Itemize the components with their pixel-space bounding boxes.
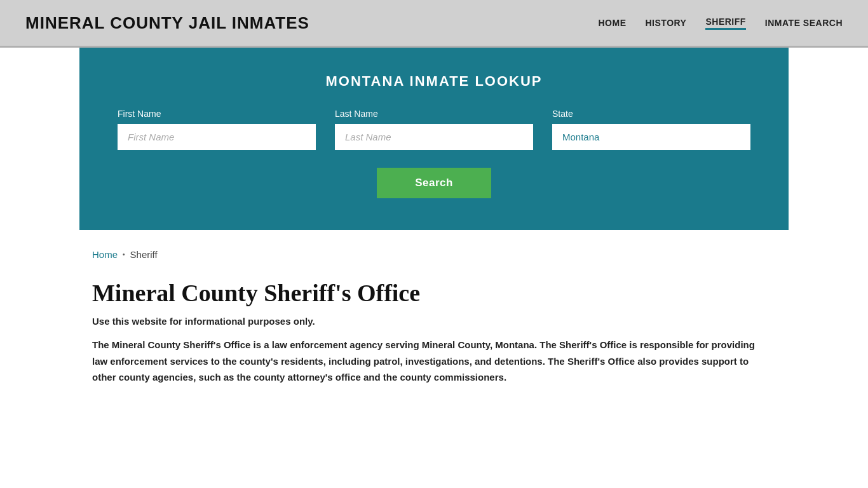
first-name-group: First Name (118, 109, 316, 150)
breadcrumb-separator: • (123, 251, 125, 258)
state-group: State (552, 109, 750, 150)
content-section: Mineral County Sheriff's Office Use this… (0, 266, 868, 411)
search-fields-row: First Name Last Name State (118, 109, 750, 150)
search-button[interactable]: Search (377, 168, 491, 198)
page-heading: Mineral County Sheriff's Office (92, 279, 776, 307)
breadcrumb-current: Sheriff (130, 249, 158, 260)
first-name-label: First Name (118, 109, 316, 119)
search-button-row: Search (118, 168, 750, 198)
description-text: The Mineral County Sheriff's Office is a… (92, 337, 759, 386)
disclaimer-text: Use this website for informational purpo… (92, 316, 776, 327)
nav-item-home[interactable]: HOME (599, 18, 627, 28)
state-label: State (552, 109, 750, 119)
site-title: MINERAL COUNTY JAIL INMATES (25, 13, 309, 33)
breadcrumb: Home • Sheriff (92, 249, 776, 260)
breadcrumb-section: Home • Sheriff (0, 230, 868, 266)
last-name-group: Last Name (335, 109, 533, 150)
main-nav: HOME HISTORY SHERIFF INMATE SEARCH (599, 17, 843, 30)
search-panel-title: MONTANA INMATE LOOKUP (118, 73, 750, 90)
last-name-label: Last Name (335, 109, 533, 119)
last-name-input[interactable] (335, 124, 533, 150)
breadcrumb-home-link[interactable]: Home (92, 249, 118, 260)
nav-item-inmate-search[interactable]: INMATE SEARCH (765, 18, 843, 28)
inmate-lookup-panel: MONTANA INMATE LOOKUP First Name Last Na… (79, 48, 789, 230)
first-name-input[interactable] (118, 124, 316, 150)
nav-item-sheriff[interactable]: SHERIFF (705, 17, 745, 30)
nav-item-history[interactable]: HISTORY (646, 18, 687, 28)
state-input[interactable] (552, 124, 750, 150)
site-header: MINERAL COUNTY JAIL INMATES HOME HISTORY… (0, 0, 868, 48)
